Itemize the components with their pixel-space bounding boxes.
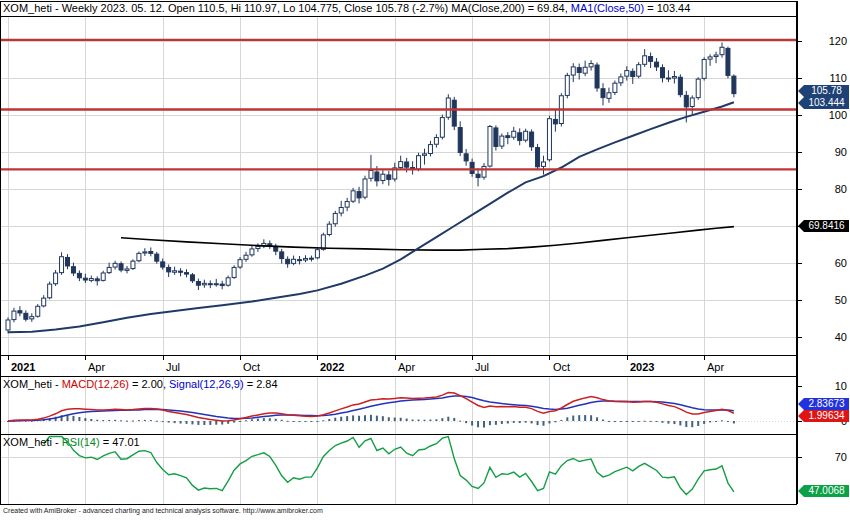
date-label: Apr [88,361,105,374]
date-label: 2021 [11,361,35,374]
rsi-value-badge: 47.0068 [804,485,849,497]
ma50-value-badge: 103.444 [804,97,849,109]
price-axis-label: 110 [803,72,847,85]
price-axis-label: 120 [803,35,847,48]
price-axis-label: 80 [803,183,847,196]
ma200-value-badge: 69.8416 [804,220,849,232]
price-panel-title: XOM_heti - Weekly 2023. 05. 12. Open 110… [3,2,690,15]
macd-panel-title: XOM_heti - MACD(12,26) = 2.00, Signal(12… [3,378,278,391]
date-label: Apr [707,361,724,374]
price-axis-label: 40 [803,331,847,344]
date-label: Jul [166,361,180,374]
price-axis-label: 50 [803,294,847,307]
date-label: 2023 [630,361,654,374]
macd-value-badge: 1.99634 [804,410,849,422]
price-axis-label: 100 [803,109,847,122]
rsi-panel-title: XOM_heti - RSI(14) = 47.01 [3,436,140,449]
signal-value-badge: 2.83673 [804,398,849,410]
amibroker-credit: Created with AmiBroker - advanced charti… [3,507,323,514]
date-label: Oct [553,361,570,374]
last-price-badge: 105.78 [804,85,849,97]
date-label: 2022 [320,361,344,374]
macd-axis-label: 10 [803,380,847,393]
chart-window: XOM_heti - Weekly 2023. 05. 12. Open 110… [0,0,850,520]
date-label: Oct [243,361,260,374]
date-label: Apr [398,361,415,374]
price-panel[interactable] [0,16,797,355]
date-label: Jul [475,361,489,374]
price-axis-label: 60 [803,257,847,270]
rsi-axis-label: 70 [803,451,847,464]
price-axis-label: 90 [803,146,847,159]
